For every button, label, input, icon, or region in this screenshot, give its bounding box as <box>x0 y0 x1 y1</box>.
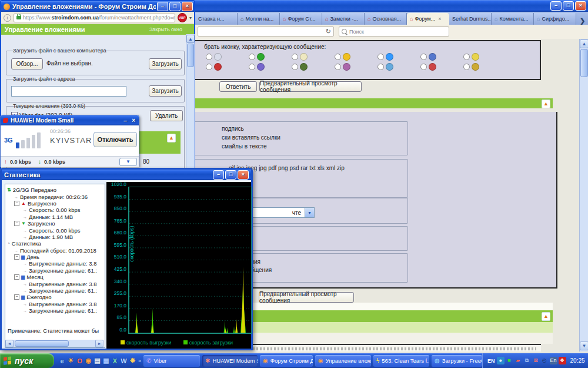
tree-expander-icon[interactable] <box>14 221 19 226</box>
icon-option[interactable] <box>377 53 393 61</box>
scroll-down-icon[interactable]: ▼ <box>580 342 588 350</box>
tray-icon[interactable]: ❖ <box>559 357 566 364</box>
icon-option[interactable] <box>249 63 265 71</box>
collapse-up-icon[interactable]: ▲ <box>542 100 550 108</box>
tree-item[interactable]: Статистика <box>5 240 105 247</box>
radio-button[interactable] <box>335 64 341 70</box>
tray-icon[interactable]: ▰ <box>514 357 522 364</box>
tree-item[interactable]: День <box>5 254 105 260</box>
icon-option[interactable] <box>249 53 265 61</box>
radio-button[interactable] <box>420 54 427 60</box>
scrollbar-thumb[interactable] <box>580 49 588 77</box>
radio-button[interactable] <box>206 54 212 60</box>
attachment-window-titlebar[interactable]: Управление вложениями - Форум Строим Дом… <box>1 1 194 12</box>
url-input[interactable] <box>11 86 126 97</box>
quick-launch-icon[interactable]: O <box>75 357 84 364</box>
quick-launch-icon[interactable]: e <box>58 357 66 364</box>
tray-icon[interactable]: ⊠ <box>532 357 540 364</box>
browser-tab[interactable]: ⌂ Молли на... × <box>238 13 280 25</box>
tree-expander-icon[interactable] <box>14 274 19 280</box>
start-button[interactable]: пуск <box>0 353 54 368</box>
stats-close-button[interactable]: × <box>238 170 249 180</box>
icon-option[interactable] <box>292 63 308 71</box>
task-button[interactable]: ϟ 563. Clean Tears f... <box>373 355 429 367</box>
modem-close-button[interactable]: × <box>132 117 135 124</box>
quick-launch-icon[interactable]: ❋ <box>128 357 137 364</box>
reload-icon[interactable]: ↻ <box>326 28 331 35</box>
icon-option[interactable] <box>335 63 350 71</box>
browser-tab[interactable]: ⌂ Serhat Durmus... × <box>449 13 492 25</box>
radio-button[interactable] <box>420 64 427 70</box>
tab-overflow-icon[interactable]: ❯ <box>580 17 585 25</box>
browser-close-button[interactable]: × <box>575 1 586 11</box>
browser-minimize-button[interactable]: – <box>550 1 562 11</box>
quick-launch-icon[interactable]: ▤ <box>93 357 102 364</box>
scrollbar-thumb[interactable] <box>15 340 69 347</box>
scroll-right-icon[interactable]: ▸ <box>95 340 103 347</box>
tree-item[interactable]: Загружено <box>5 220 105 227</box>
radio-button[interactable] <box>249 54 255 60</box>
preview-button-2[interactable]: Предварительный просмотр сообщения <box>259 292 354 303</box>
quick-launch-icon[interactable]: ▦ <box>102 357 111 364</box>
browser-scrollbar[interactable]: ▲ ▼ <box>579 39 588 352</box>
tree-expander-icon[interactable] <box>14 201 19 206</box>
quick-launch-icon[interactable]: ◉ <box>84 357 93 364</box>
radio-button[interactable] <box>249 64 255 70</box>
task-button[interactable]: ✆ Viber <box>143 355 200 367</box>
popup-scrollbar[interactable]: ▲ <box>186 34 195 170</box>
radio-button[interactable] <box>292 64 298 70</box>
quick-launch-icon[interactable]: ☀ <box>66 357 75 364</box>
tree-expander-icon[interactable] <box>14 294 19 300</box>
modem-titlebar[interactable]: HUAWEI Modem Small – × <box>1 115 139 125</box>
stats-titlebar[interactable]: Статистика – □ × <box>2 170 251 180</box>
radio-button[interactable] <box>292 54 298 60</box>
radio-button[interactable] <box>335 54 341 60</box>
address-bar[interactable]: ↻ <box>198 26 334 37</box>
browser-tab[interactable]: ⌂ Коммента... × <box>492 13 534 25</box>
disconnect-button[interactable]: Отключить <box>93 132 137 147</box>
popup-restore-button[interactable]: □ <box>169 2 181 11</box>
search-bar[interactable]: Поиск <box>339 26 449 37</box>
tree-item[interactable]: Время передачи: 00:26:36 <box>5 193 105 200</box>
icon-option[interactable] <box>206 63 222 71</box>
browser-tab[interactable]: ⌂ Заметки -... × <box>322 13 365 25</box>
tree-item[interactable]: Ежегодно <box>5 294 105 300</box>
tree-item[interactable]: Выгруженные данные: 3.8 <box>5 280 105 287</box>
tree-item[interactable]: Выгруженные данные: 3.8 <box>5 301 105 307</box>
tree-item[interactable]: Загруженные данные: 61.: <box>5 307 105 314</box>
tree-item[interactable]: Месяц <box>5 274 105 280</box>
collapse-up-icon[interactable]: ▲ <box>167 134 176 142</box>
tree-item[interactable]: Скорость: 0.00 kbps <box>5 207 105 213</box>
browser-tab[interactable]: ⌂ Сирфидо... × <box>534 13 576 25</box>
quick-launch-overflow-icon[interactable]: » <box>138 358 141 364</box>
tree-hscrollbar[interactable]: ◂ ▸ <box>5 340 103 347</box>
tray-icon[interactable]: ⧉ <box>523 357 531 364</box>
tray-icon[interactable]: En <box>550 357 557 364</box>
tray-icon[interactable]: ◴ <box>541 357 549 364</box>
icon-option[interactable] <box>463 53 479 61</box>
browser-tab[interactable]: ⌂ Форум Ст... × <box>280 13 322 25</box>
tree-item[interactable]: Последний сброс: 01.09.2018 <box>5 247 105 254</box>
task-button[interactable]: ◉ Форум Строим До... <box>260 355 313 367</box>
icon-option[interactable] <box>420 53 436 61</box>
tree-item[interactable]: 2G/3G Передано <box>5 187 105 193</box>
tree-item[interactable]: Выгружено <box>5 200 105 207</box>
scroll-up-icon[interactable]: ▲ <box>580 39 588 48</box>
icon-option[interactable] <box>463 63 479 71</box>
radio-button[interactable] <box>463 54 470 60</box>
upload-button[interactable]: Загрузить <box>149 58 182 69</box>
tree-item[interactable]: Загруженные данные: 61.: <box>5 267 105 274</box>
browser-restore-button[interactable]: □ <box>563 1 574 11</box>
stats-minimize-button[interactable]: – <box>213 170 224 180</box>
adblock-icon[interactable]: ABP <box>178 13 187 22</box>
language-indicator[interactable]: EN <box>487 358 495 364</box>
info-icon[interactable]: i <box>4 14 11 22</box>
quick-launch-icon[interactable]: W <box>119 357 128 364</box>
radio-button[interactable] <box>377 64 384 70</box>
scroll-up-icon[interactable]: ▲ <box>186 35 195 43</box>
reply-button[interactable]: Ответить <box>219 81 257 92</box>
task-button[interactable]: ◍ Загрузки - FreeCo... <box>432 355 482 367</box>
scroll-left-icon[interactable]: ◂ <box>5 340 14 347</box>
tree-item[interactable]: Скорость: 0.00 kbps <box>5 227 105 233</box>
tree-item[interactable]: Данные: 1.90 MB <box>5 234 105 240</box>
